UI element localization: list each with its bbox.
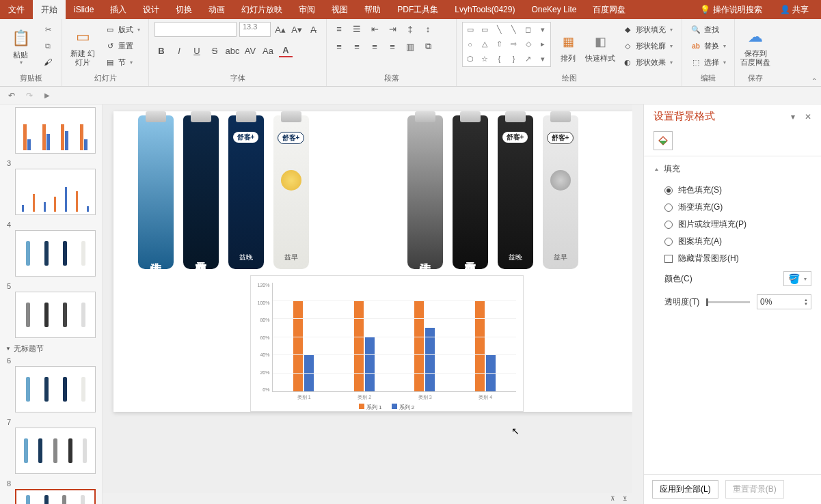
shape-fill-button[interactable]: ◆形状填充▾ — [619, 22, 675, 37]
clear-format-button[interactable]: A̶ — [306, 23, 320, 36]
shape-effects-button[interactable]: ◐形状效果▾ — [619, 55, 675, 70]
align-left-button[interactable]: ≡ — [332, 40, 346, 53]
layout-button[interactable]: ▭版式▾ — [102, 22, 143, 37]
tab-help[interactable]: 帮助 — [356, 0, 389, 19]
slide-thumb-4[interactable] — [15, 230, 96, 277]
share-button[interactable]: 👤 共享 — [776, 0, 813, 19]
tube-crest[interactable]: 佳洁士 — [138, 115, 174, 269]
spinner-down-icon[interactable]: ▼ — [804, 302, 808, 306]
transparency-spinner[interactable]: 0% ▲▼ — [757, 294, 811, 309]
shadow-button[interactable]: abc — [226, 44, 239, 57]
arrange-button[interactable]: ▦ 排列 — [555, 22, 581, 71]
color-picker-button[interactable]: ▾ — [783, 271, 811, 286]
shapes-gallery[interactable]: ▭▭╲╲◻▾ ○△⇧⇨◇▸ ⬡☆{}↗▾ — [462, 22, 551, 67]
tab-lvyh[interactable]: LvyhTools(0429) — [446, 0, 523, 19]
font-size-select[interactable]: 13.3 — [239, 22, 271, 37]
save-netdisk-button[interactable]: 保存到 百度网盘 — [740, 22, 770, 71]
copy-button[interactable] — [40, 38, 56, 53]
font-family-select[interactable] — [154, 22, 237, 37]
radio-gradient-fill[interactable]: 渐变填充(G) — [654, 199, 811, 216]
next-slide-button[interactable]: ⊻ — [620, 494, 630, 503]
tube-shuke-night[interactable]: 舒客+益晚 — [228, 115, 264, 269]
font-color-button[interactable]: A — [279, 44, 293, 57]
tab-pdf[interactable]: PDF工具集 — [389, 0, 446, 19]
undo-button[interactable] — [5, 89, 18, 102]
columns-button[interactable]: ▥ — [403, 40, 417, 53]
tab-onekey[interactable]: OneKey Lite — [523, 0, 584, 19]
thumbnails-pane[interactable]: 3 4 5 ▼无标题节 6 7 8 — [0, 104, 103, 504]
grow-font-button[interactable]: A▴ — [273, 23, 287, 36]
reset-background-button[interactable]: 重置背景(B) — [725, 480, 784, 499]
char-spacing-button[interactable]: AV — [243, 44, 257, 57]
apply-all-button[interactable]: 应用到全部(L) — [652, 480, 718, 499]
tab-transitions[interactable]: 切换 — [167, 0, 200, 19]
quick-styles-button[interactable]: ◧ 快速样式 — [585, 22, 615, 71]
fill-tab-button[interactable] — [654, 131, 673, 150]
tube-ynby-gray[interactable]: 云南白药 — [453, 115, 488, 269]
align-center-button[interactable]: ≡ — [350, 40, 364, 53]
pane-close-button[interactable]: ✕ — [805, 112, 811, 122]
tab-review[interactable]: 审阅 — [291, 0, 323, 19]
text-direction-button[interactable]: ↕ — [421, 22, 435, 36]
chart-object[interactable]: 120%100%80%60%40%20%0% 类别 1类别 2类别 3类别 4 — [250, 275, 524, 412]
shape-outline-button[interactable]: ◇形状轮廓▾ — [619, 38, 675, 53]
align-right-button[interactable]: ≡ — [368, 40, 381, 53]
numbering-button[interactable]: ☰ — [350, 22, 364, 36]
slide-canvas[interactable]: 佳洁士 云南白药 舒客+益晚 舒客+益早 佳洁士 云南白药 舒客+益晚 舒客+益… — [103, 104, 643, 504]
slide-thumb-7[interactable] — [15, 428, 96, 474]
line-spacing-button[interactable]: ‡ — [403, 22, 417, 36]
slide-thumb-3[interactable] — [15, 169, 96, 215]
shrink-font-button[interactable]: A▾ — [290, 23, 304, 36]
vertical-scrollbar[interactable] — [632, 104, 643, 504]
slide-thumb-2[interactable] — [15, 107, 96, 154]
reset-button[interactable]: ↺重置 — [102, 38, 143, 53]
tube-shuke-night-gray[interactable]: 舒客+益晚 — [498, 115, 533, 269]
section-button[interactable]: ▤节▾ — [102, 55, 143, 70]
slide[interactable]: 佳洁士 云南白药 舒客+益晚 舒客+益早 佳洁士 云南白药 舒客+益晚 舒客+益… — [113, 111, 633, 412]
format-painter-button[interactable] — [40, 55, 56, 70]
section-header-unnamed[interactable]: ▼无标题节 — [5, 344, 96, 354]
fill-group-expander[interactable]: 填充 — [654, 163, 811, 175]
find-button[interactable]: 查找 — [688, 22, 729, 37]
radio-pattern-fill[interactable]: 图案填充(A) — [654, 233, 811, 250]
tube-shuke-morning-gray[interactable]: 舒客+益早 — [543, 115, 578, 269]
horizontal-scrollbar[interactable]: ⊼ ⊻ — [103, 493, 632, 504]
tab-view[interactable]: 视图 — [323, 0, 356, 19]
underline-button[interactable]: U — [190, 44, 204, 57]
collapse-ribbon-button[interactable]: ⌃ — [811, 77, 817, 85]
tube-shuke-morning[interactable]: 舒客+益早 — [273, 115, 309, 269]
tab-animations[interactable]: 动画 — [200, 0, 233, 19]
tab-islide[interactable]: iSlide — [66, 0, 102, 19]
slide-thumb-5[interactable] — [15, 292, 96, 338]
new-slide-button[interactable]: 新建 幻灯片 — [68, 22, 98, 71]
tab-design[interactable]: 设计 — [135, 0, 167, 19]
tab-home[interactable]: 开始 — [33, 0, 66, 19]
smartart-button[interactable]: ⧉ — [421, 40, 435, 53]
slide-thumb-8[interactable] — [15, 489, 96, 504]
prev-slide-button[interactable]: ⊼ — [608, 494, 617, 503]
tube-ynby[interactable]: 云南白药 — [183, 115, 219, 269]
italic-button[interactable]: I — [172, 44, 186, 57]
bold-button[interactable]: B — [154, 44, 168, 57]
bullets-button[interactable]: ≡ — [332, 22, 346, 36]
replace-button[interactable]: 替换▾ — [688, 38, 729, 53]
increase-indent-button[interactable]: ⇥ — [386, 22, 399, 36]
paste-button[interactable]: 粘贴 ▾ — [5, 22, 36, 71]
decrease-indent-button[interactable]: ⇤ — [368, 22, 381, 36]
slide-thumb-6[interactable] — [15, 366, 96, 412]
justify-button[interactable]: ≡ — [386, 40, 399, 53]
change-case-button[interactable]: Aa — [261, 44, 275, 57]
pane-dropdown-button[interactable]: ▾ — [791, 112, 795, 122]
redo-button[interactable] — [23, 89, 36, 102]
tell-me-search[interactable]: 💡 操作说明搜索 — [696, 0, 766, 19]
radio-solid-fill[interactable]: 纯色填充(S) — [654, 182, 811, 199]
tab-slideshow[interactable]: 幻灯片放映 — [233, 0, 291, 19]
tab-netdisk[interactable]: 百度网盘 — [584, 0, 634, 19]
tab-file[interactable]: 文件 — [0, 0, 33, 19]
radio-picture-fill[interactable]: 图片或纹理填充(P) — [654, 216, 811, 233]
cut-button[interactable] — [40, 22, 56, 37]
select-button[interactable]: 选择▾ — [688, 55, 729, 70]
strikethrough-button[interactable]: S — [208, 44, 221, 57]
slideshow-start-button[interactable] — [41, 89, 53, 102]
check-hide-bg[interactable]: 隐藏背景图形(H) — [654, 250, 811, 267]
